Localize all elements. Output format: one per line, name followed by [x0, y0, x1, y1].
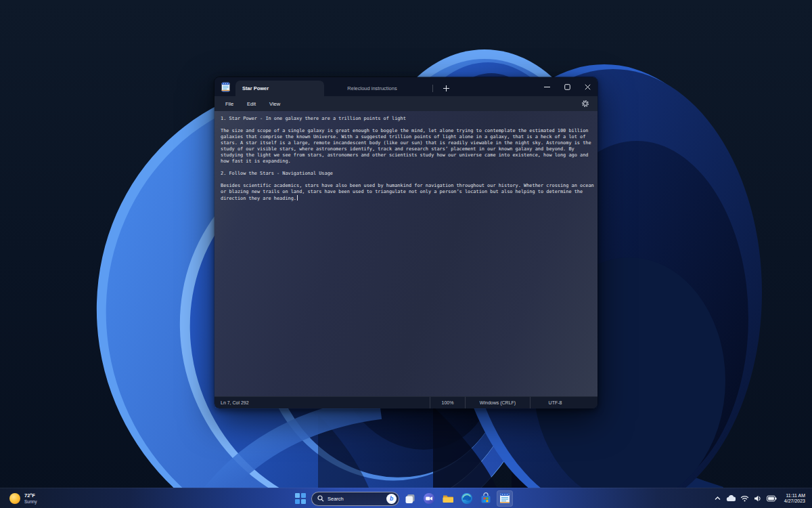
cursor-position: Ln 7, Col 292 — [215, 397, 430, 408]
notepad-app-icon — [221, 82, 231, 92]
start-button[interactable] — [292, 490, 309, 507]
search-icon — [317, 495, 324, 502]
task-view-button[interactable] — [402, 490, 418, 507]
battery-icon[interactable] — [767, 495, 777, 502]
gear-icon — [581, 100, 589, 108]
clock-time: 11:11 AM — [786, 493, 805, 499]
search-input[interactable]: Search b — [311, 492, 399, 506]
text-cursor — [297, 195, 298, 200]
wifi-icon[interactable] — [740, 495, 749, 502]
edge-button[interactable] — [459, 490, 475, 507]
minimize-icon — [544, 84, 550, 90]
windows-logo-icon — [295, 493, 306, 504]
chat-icon — [423, 492, 435, 505]
bing-icon[interactable]: b — [386, 494, 397, 504]
microsoft-store-icon — [480, 492, 492, 505]
minimize-button[interactable] — [537, 77, 557, 96]
editor-content: 1. Star Power - In one galaxy there are … — [215, 111, 597, 396]
doc-heading-2: 2. Follow the Stars - Navigational Usage — [221, 171, 596, 177]
notepad-taskbar-button[interactable] — [497, 490, 513, 507]
clock-date: 4/27/2023 — [784, 499, 805, 504]
titlebar[interactable]: Star Power Relecloud instructions — [215, 77, 597, 96]
doc-paragraph-2: Besides scientific academics, stars have… — [221, 183, 596, 202]
notepad-window: Star Power Relecloud instructions — [214, 77, 598, 409]
close-icon — [585, 84, 591, 90]
system-tray: 11:11 AM 4/27/2023 — [714, 488, 808, 508]
doc-paragraph-1: The size and scope of a single galaxy is… — [221, 128, 596, 165]
tray-chevron-up-icon[interactable] — [714, 495, 721, 502]
close-button[interactable] — [577, 77, 597, 96]
microsoft-store-button[interactable] — [478, 490, 494, 507]
task-view-icon — [404, 492, 416, 505]
weather-widget[interactable]: 72°F Sunny — [5, 488, 41, 508]
weather-condition: Sunny — [24, 499, 37, 505]
maximize-button[interactable] — [557, 77, 577, 96]
desktop: Star Power Relecloud instructions — [0, 0, 812, 508]
tab-star-power[interactable]: Star Power — [235, 81, 324, 96]
editor-text-area[interactable]: 1. Star Power - In one galaxy there are … — [221, 116, 596, 202]
status-bar: Ln 7, Col 292 100% Windows (CRLF) UTF-8 — [215, 396, 597, 408]
edge-icon — [461, 492, 473, 505]
tab-separator — [432, 85, 433, 92]
search-placeholder: Search — [328, 496, 386, 502]
onedrive-cloud-icon[interactable] — [726, 495, 736, 502]
menu-view[interactable]: View — [263, 98, 287, 110]
statusbar-end-spacer — [580, 397, 597, 408]
maximize-icon — [564, 84, 570, 90]
notepad-icon — [499, 492, 510, 505]
plus-icon — [443, 85, 450, 92]
taskbar: 72°F Sunny Search b — [0, 488, 812, 508]
weather-temperature: 72°F — [24, 493, 37, 499]
line-endings: Windows (CRLF) — [465, 397, 530, 408]
doc-heading-1: 1. Star Power - In one galaxy there are … — [221, 116, 596, 122]
new-tab-button[interactable] — [438, 81, 453, 96]
tab-label: Star Power — [242, 85, 269, 91]
encoding: UTF-8 — [530, 397, 580, 408]
menu-bar: File Edit View — [215, 96, 597, 111]
sun-icon — [9, 493, 20, 504]
menu-edit[interactable]: Edit — [240, 98, 263, 110]
settings-button[interactable] — [578, 98, 593, 110]
clock[interactable]: 11:11 AM 4/27/2023 — [782, 492, 808, 505]
zoom-level[interactable]: 100% — [430, 397, 465, 408]
file-explorer-icon — [442, 492, 454, 505]
tab-label: Relecloud instructions — [347, 85, 397, 91]
tab-relecloud-instructions[interactable]: Relecloud instructions — [324, 81, 420, 96]
file-explorer-button[interactable] — [440, 490, 456, 507]
speaker-icon[interactable] — [754, 495, 762, 502]
taskbar-center: Search b — [292, 488, 513, 508]
menu-file[interactable]: File — [219, 98, 240, 110]
chat-button[interactable] — [421, 490, 437, 507]
